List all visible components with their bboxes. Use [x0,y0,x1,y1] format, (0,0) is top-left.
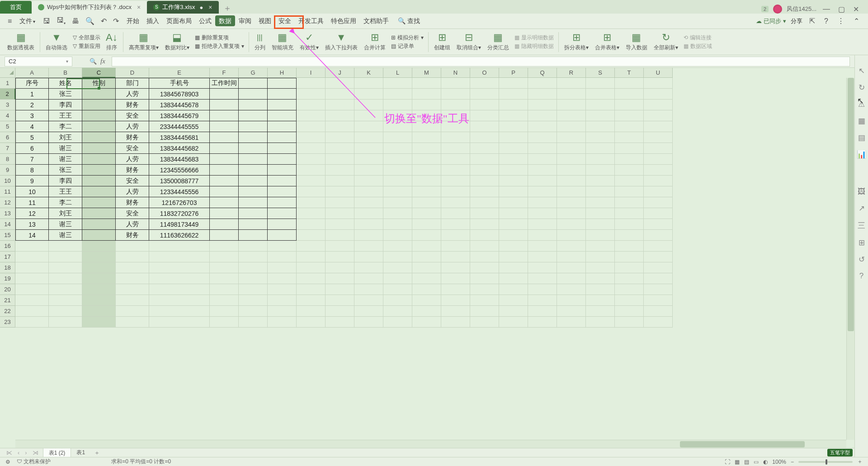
cell-H16[interactable] [268,241,297,252]
cell-K18[interactable] [354,262,383,273]
cell-I10[interactable] [297,176,326,186]
cell-U1[interactable] [644,78,673,89]
import-data-button[interactable]: ▦导入数据 [623,32,650,52]
cell-B8[interactable]: 谢三 [49,154,82,165]
cell-M11[interactable] [412,186,441,197]
cell-O8[interactable] [470,154,499,165]
cell-I6[interactable] [297,132,326,143]
view-page-icon[interactable]: ▤ [744,459,749,465]
view-normal-icon[interactable]: ▦ [735,459,740,465]
close-icon[interactable]: × [137,4,141,11]
cell-A8[interactable]: 7 [15,154,49,165]
cell-U12[interactable] [644,197,673,208]
cell-J16[interactable] [326,241,354,252]
cell-H14[interactable] [268,219,297,230]
cell-H20[interactable] [268,284,297,295]
maximize-icon[interactable]: ▢ [836,5,847,14]
cell-Q12[interactable] [528,197,557,208]
cell-Q14[interactable] [528,219,557,230]
cell-P13[interactable] [499,208,528,219]
cell-E9[interactable]: 12345556666 [149,165,210,176]
notification-badge[interactable]: 2 [761,6,769,12]
cell-F20[interactable] [210,284,239,295]
side-image-icon[interactable]: 🖼 [858,187,865,196]
cell-F10[interactable] [210,176,239,186]
sheet-tab-1[interactable]: 表1 [71,448,90,457]
cell-S13[interactable] [586,208,615,219]
cell-T5[interactable] [615,121,644,132]
cell-I1[interactable] [297,78,326,89]
close-icon[interactable]: × [208,4,212,11]
cell-E8[interactable]: 13834445683 [149,154,210,165]
cell-A13[interactable]: 12 [15,208,49,219]
cell-P22[interactable] [499,306,528,317]
cell-D18[interactable] [116,262,149,273]
cell-R17[interactable] [557,252,586,262]
cell-J9[interactable] [326,165,354,176]
cell-T2[interactable] [615,89,644,100]
cell-K4[interactable] [354,110,383,121]
cell-K5[interactable] [354,121,383,132]
cell-P1[interactable] [499,78,528,89]
cell-N17[interactable] [441,252,470,262]
cell-H22[interactable] [268,306,297,317]
row-header-10[interactable]: 10 [0,176,15,186]
cell-L11[interactable] [383,186,412,197]
cell-K6[interactable] [354,132,383,143]
cell-E11[interactable]: 12334445556 [149,186,210,197]
autofilter-button[interactable]: ▼自动筛选 [43,32,70,52]
side-layout-icon[interactable]: ▤ [858,133,865,143]
cell-Q6[interactable] [528,132,557,143]
cell-N8[interactable] [441,154,470,165]
cell-D22[interactable] [116,306,149,317]
cell-C7[interactable] [82,143,116,154]
col-header-I[interactable]: I [297,68,326,78]
cell-M14[interactable] [412,219,441,230]
cell-E20[interactable] [149,284,210,295]
cell-R15[interactable] [557,230,586,241]
cell-U2[interactable] [644,89,673,100]
saveas-icon[interactable]: 🖫▾ [54,15,68,26]
cell-L16[interactable] [383,241,412,252]
cell-S17[interactable] [586,252,615,262]
menu-开始[interactable]: 开始 [123,15,143,26]
cell-I14[interactable] [297,219,326,230]
cell-R7[interactable] [557,143,586,154]
cell-B10[interactable]: 李四 [49,176,82,186]
cell-I19[interactable] [297,273,326,284]
cell-L21[interactable] [383,295,412,306]
cell-M20[interactable] [412,284,441,295]
cell-Q23[interactable] [528,317,557,328]
cell-E2[interactable]: 13845678903 [149,89,210,100]
cell-I8[interactable] [297,154,326,165]
cell-P7[interactable] [499,143,528,154]
cell-Q5[interactable] [528,121,557,132]
cell-A21[interactable] [15,295,49,306]
cell-P5[interactable] [499,121,528,132]
cell-I15[interactable] [297,230,326,241]
cell-F22[interactable] [210,306,239,317]
cell-A14[interactable]: 13 [15,219,49,230]
cell-P11[interactable] [499,186,528,197]
cell-L13[interactable] [383,208,412,219]
cell-K2[interactable] [354,89,383,100]
cell-S23[interactable] [586,317,615,328]
cell-E17[interactable] [149,252,210,262]
cell-P18[interactable] [499,262,528,273]
row-header-17[interactable]: 17 [0,252,15,262]
file-menu[interactable]: 文件▾ [16,15,39,27]
cell-P14[interactable] [499,219,528,230]
cell-D23[interactable] [116,317,149,328]
cell-I3[interactable] [297,100,326,110]
doc-tab-1[interactable]: Wps中如何制作下拉列表？.docx × [32,1,147,14]
cell-F17[interactable] [210,252,239,262]
reject-dup-button[interactable]: ▦ 拒绝录入重复项▾ [195,43,244,50]
username-label[interactable]: 风信1425... [787,5,816,13]
edit-links-button[interactable]: ⟲ 编辑连接 [684,34,712,42]
row-header-5[interactable]: 5 [0,121,15,132]
cell-I5[interactable] [297,121,326,132]
cell-I18[interactable] [297,262,326,273]
col-header-K[interactable]: K [354,68,383,78]
cell-E18[interactable] [149,262,210,273]
cell-F6[interactable] [210,132,239,143]
